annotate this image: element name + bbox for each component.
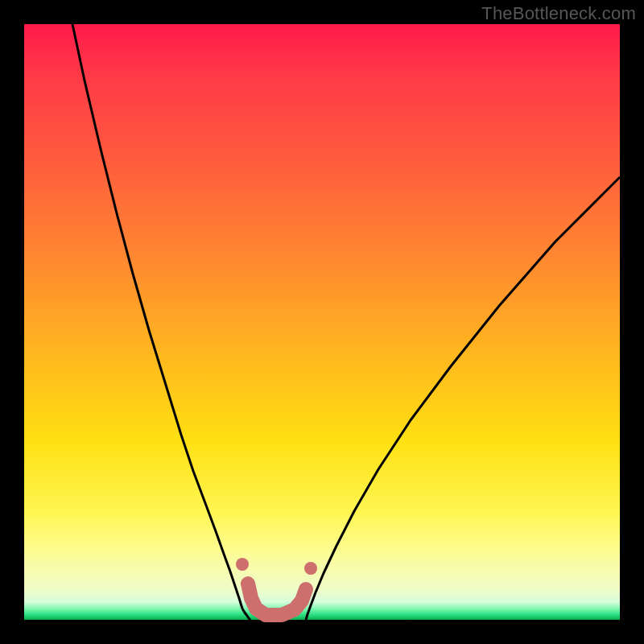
chart-svg: [24, 24, 620, 620]
dot-left: [236, 558, 249, 571]
marker-group: [236, 558, 317, 575]
series-group: [72, 24, 620, 620]
series-left-curve: [72, 24, 242, 609]
series-right-curve: [306, 177, 620, 620]
dot-right: [304, 562, 317, 575]
chart-frame: TheBottleneck.com: [0, 0, 644, 644]
series-thick-valley: [248, 584, 306, 615]
watermark-text: TheBottleneck.com: [481, 3, 636, 24]
